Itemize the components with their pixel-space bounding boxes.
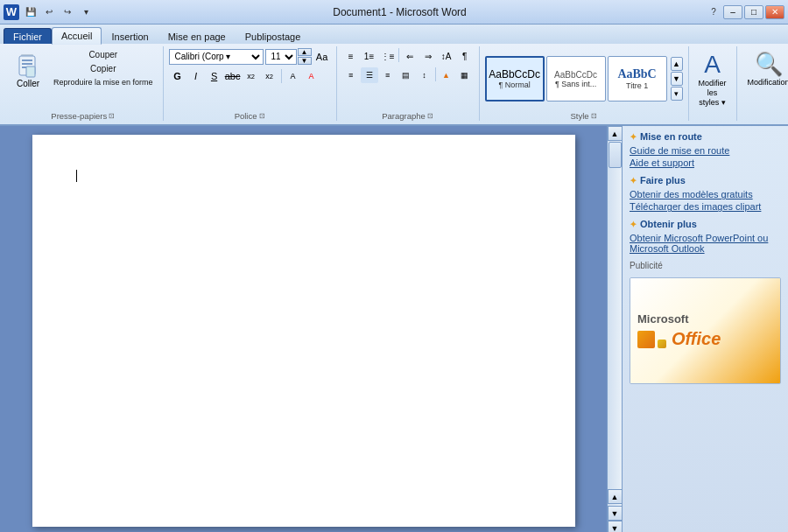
border-btn[interactable]: ▦ <box>456 67 474 83</box>
vertical-scrollbar: ▲ ▲ ▼ ▼ <box>607 126 622 532</box>
align-right-btn[interactable]: ≡ <box>379 67 397 83</box>
modification-icon: 🔍 <box>755 51 783 78</box>
show-para-btn[interactable]: ¶ <box>456 48 474 64</box>
divider3 <box>435 67 436 81</box>
divider <box>281 69 282 83</box>
mise-en-route-section: Mise en route Guide de mise en route Aid… <box>630 131 781 168</box>
ad-banner: Microsoft Office <box>630 278 780 383</box>
numbered-btn[interactable]: 1≡ <box>361 48 378 64</box>
couper-btn[interactable]: Couper <box>49 48 158 61</box>
font-name-select[interactable]: Calibri (Corp ▾ <box>169 49 264 65</box>
style-expand[interactable]: ▾ <box>671 87 683 101</box>
shading-btn[interactable]: ▲ <box>438 67 455 83</box>
undo-quick-btn[interactable]: ↩ <box>41 5 57 19</box>
tab-publipostage[interactable]: Publipostage <box>236 28 311 44</box>
office-squares-icon <box>637 331 666 348</box>
bold-btn[interactable]: G <box>169 68 186 84</box>
maximize-btn[interactable]: □ <box>744 5 763 19</box>
sort-btn[interactable]: ↕A <box>438 48 455 64</box>
align-left-btn[interactable]: ≡ <box>342 67 360 83</box>
tab-mise-en-page[interactable]: Mise en page <box>158 28 236 44</box>
group-presse-papiers: Coller Couper Copier Reproduire la mise … <box>4 46 164 121</box>
office-logo-area: Office <box>637 329 721 349</box>
modification-btn[interactable]: 🔍 Modification <box>742 48 788 89</box>
subscript-btn[interactable]: x2 <box>243 68 260 84</box>
scroll-track[interactable] <box>608 141 623 489</box>
style-scroll-down[interactable]: ▼ <box>671 72 683 86</box>
increase-indent-btn[interactable]: ⇒ <box>419 48 437 64</box>
style-sans-interligne[interactable]: AaBbCcDc ¶ Sans int... <box>546 56 606 102</box>
superscript-btn[interactable]: x2 <box>261 68 278 84</box>
coller-btn[interactable]: Coller <box>9 48 47 91</box>
modifier-styles-btn[interactable]: A Modifierles styles ▾ <box>694 48 731 109</box>
office-square1 <box>637 331 655 348</box>
powerpoint-link[interactable]: Obtenir Microsoft PowerPoint ou Microsof… <box>630 233 781 254</box>
style-normal[interactable]: AaBbCcDc ¶ Normal <box>485 56 545 102</box>
scroll-down-btn[interactable]: ▼ <box>608 521 623 532</box>
tab-fichier[interactable]: Fichier <box>4 28 52 44</box>
ad-banner-section[interactable]: Microsoft Office <box>630 277 781 384</box>
titlebar: W 💾 ↩ ↪ ▾ Document1 - Microsoft Word ? –… <box>0 0 788 24</box>
scroll-pagedown-btn[interactable]: ▼ <box>608 506 623 521</box>
scroll-up-btn[interactable]: ▲ <box>608 126 623 141</box>
side-panel: Mise en route Guide de mise en route Aid… <box>622 126 788 532</box>
titlebar-left: W 💾 ↩ ↪ ▾ <box>4 4 94 20</box>
aide-link[interactable]: Aide et support <box>630 158 781 168</box>
clipart-link[interactable]: Télécharger des images clipart <box>630 201 781 212</box>
modeles-link[interactable]: Obtenir des modèles gratuits <box>630 189 781 200</box>
font-size-decrease-btn[interactable]: ▼ <box>298 57 312 65</box>
copier-btn[interactable]: Copier <box>49 62 158 75</box>
text-cursor <box>76 170 77 182</box>
svg-rect-2 <box>22 60 32 61</box>
italic-btn[interactable]: I <box>187 68 205 84</box>
group-style: AaBbCcDc ¶ Normal AaBbCcDc ¶ Sans int...… <box>480 46 689 121</box>
group-paragraphe: ≡ 1≡ ⋮≡ ⇐ ⇒ ↕A ¶ ≡ ☰ ≡ ▤ ↕ ▲ ▦ Paragraph… <box>337 46 480 121</box>
font-size-increase-btn[interactable]: ▲ <box>298 48 312 56</box>
align-center-btn[interactable]: ☰ <box>361 67 378 83</box>
group-police: Calibri (Corp ▾ 11 ▲ ▼ Aa G I S abc <box>164 46 337 121</box>
paragraphe-expand-icon[interactable]: ⊡ <box>427 112 433 120</box>
help-btn[interactable]: ? <box>706 5 721 19</box>
multilevel-btn[interactable]: ⋮≡ <box>379 48 397 64</box>
doc-page[interactable] <box>32 135 575 527</box>
strikethrough-btn[interactable]: abc <box>224 68 242 84</box>
obtenir-plus-title: Obtenir plus <box>630 219 781 229</box>
presse-expand-icon[interactable]: ⊡ <box>109 112 115 120</box>
style-scroll-up[interactable]: ▲ <box>671 57 683 71</box>
faire-plus-title: Faire plus <box>630 175 781 186</box>
police-expand-icon[interactable]: ⊡ <box>259 112 265 120</box>
modifier-icon: A <box>704 51 721 79</box>
modifier-label: Modifierles styles ▾ <box>699 79 727 107</box>
save-quick-btn[interactable]: 💾 <box>23 5 39 19</box>
scroll-thumb[interactable] <box>609 142 622 168</box>
minimize-btn[interactable]: – <box>723 5 742 19</box>
decrease-indent-btn[interactable]: ⇐ <box>401 48 419 64</box>
linespacing-btn[interactable]: ↕ <box>416 67 433 83</box>
font-color-btn[interactable]: A <box>303 68 320 84</box>
tab-insertion[interactable]: Insertion <box>102 28 158 44</box>
guide-link[interactable]: Guide de mise en route <box>630 145 781 156</box>
svg-rect-5 <box>26 66 35 77</box>
highlight-color-btn[interactable]: A <box>285 68 302 84</box>
redo-quick-btn[interactable]: ↪ <box>60 5 75 19</box>
scroll-pageup-btn[interactable]: ▲ <box>608 489 623 504</box>
tab-accueil[interactable]: Accueil <box>52 27 102 45</box>
style-expand-icon[interactable]: ⊡ <box>591 112 597 120</box>
clear-format-btn[interactable]: Aa <box>313 49 331 65</box>
justify-btn[interactable]: ▤ <box>398 67 415 83</box>
reproduire-btn[interactable]: Reproduire la mise en forme <box>49 76 158 88</box>
divider2 <box>398 48 399 62</box>
doc-area[interactable] <box>0 126 607 532</box>
faire-plus-section: Faire plus Obtenir des modèles gratuits … <box>630 175 781 212</box>
style-sans-label: ¶ Sans int... <box>555 80 596 88</box>
more-quick-btn[interactable]: ▾ <box>78 5 94 19</box>
underline-btn[interactable]: S <box>206 68 223 84</box>
close-btn[interactable]: ✕ <box>765 5 784 19</box>
font-size-select[interactable]: 11 <box>265 49 297 65</box>
style-normal-label: ¶ Normal <box>498 80 530 89</box>
obtenir-plus-section: Obtenir plus Obtenir Microsoft PowerPoin… <box>630 219 781 254</box>
bullets-btn[interactable]: ≡ <box>342 48 360 64</box>
main-area: ▲ ▲ ▼ ▼ Mise en route Guide de mise en r… <box>0 126 788 532</box>
window-controls: ? – □ ✕ <box>706 5 784 19</box>
style-titre1[interactable]: AaBbC Titre 1 <box>608 56 667 102</box>
